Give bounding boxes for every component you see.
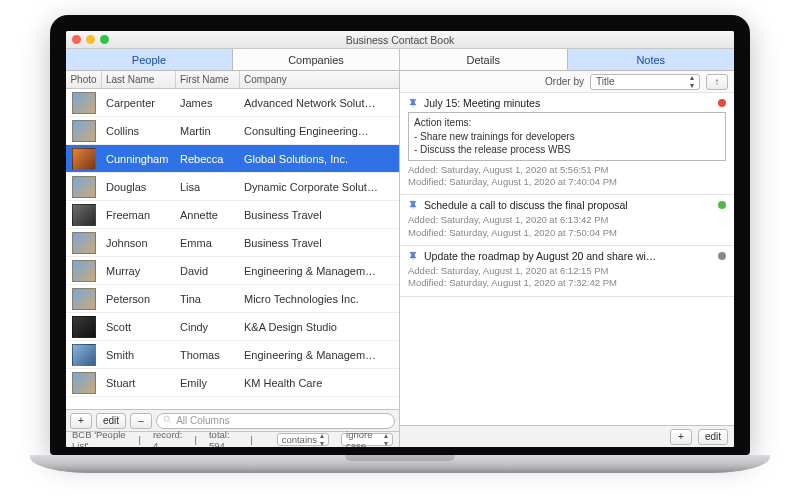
table-row[interactable]: ScottCindyK&A Design Studio (66, 313, 399, 341)
sort-direction-button[interactable]: ↑ (706, 74, 728, 90)
laptop-frame: Business Contact Book People Companies P… (30, 15, 770, 485)
cell-first-name: Emily (176, 377, 240, 389)
cell-first-name: Lisa (176, 181, 240, 193)
note-added: Added: Saturday, August 1, 2020 at 5:56:… (408, 164, 726, 176)
cell-company: KM Health Care (240, 377, 399, 389)
search-placeholder: All Columns (176, 415, 229, 426)
contact-photo (66, 341, 102, 368)
cell-last-name: Smith (102, 349, 176, 361)
add-note-button[interactable]: + (670, 429, 692, 445)
cell-company: Global Solutions, Inc. (240, 153, 399, 165)
chevron-updown-icon: ▴▾ (690, 74, 694, 90)
table-row[interactable]: FreemanAnnetteBusiness Travel (66, 201, 399, 229)
cell-last-name: Collins (102, 125, 176, 137)
note-item[interactable]: Update the roadmap by August 20 and shar… (400, 246, 734, 297)
app-window: Business Contact Book People Companies P… (66, 31, 734, 447)
right-panel: Details Notes Order by Title ▴▾ ↑ July 1… (400, 49, 734, 447)
window-title: Business Contact Book (66, 34, 734, 46)
cell-first-name: Thomas (176, 349, 240, 361)
note-item[interactable]: July 15: Meeting minutesAction items: - … (400, 93, 734, 195)
note-modified: Modified: Saturday, August 1, 2020 at 7:… (408, 227, 726, 239)
filter-contains[interactable]: contains ▴▾ (277, 433, 329, 446)
cell-last-name: Freeman (102, 209, 176, 221)
left-tabs: People Companies (66, 49, 399, 71)
left-panel: People Companies Photo Last Name First N… (66, 49, 400, 447)
table-row[interactable]: CunninghamRebeccaGlobal Solutions, Inc. (66, 145, 399, 173)
filter-ignore-case[interactable]: ignore case ▴▾ (341, 433, 393, 446)
status-divider: | (250, 434, 252, 445)
table-row[interactable]: CollinsMartinConsulting Engineering… (66, 117, 399, 145)
contact-photo (66, 313, 102, 340)
content: People Companies Photo Last Name First N… (66, 49, 734, 447)
contact-photo (66, 257, 102, 284)
header-last-name[interactable]: Last Name (102, 71, 176, 88)
cell-company: Dynamic Corporate Solut… (240, 181, 399, 193)
cell-company: Consulting Engineering… (240, 125, 399, 137)
contact-photo (66, 201, 102, 228)
table-row[interactable]: MurrayDavidEngineering & Managem… (66, 257, 399, 285)
search-icon (163, 415, 172, 426)
status-list-name: BCB 'People List' (72, 429, 126, 448)
pin-icon (408, 200, 418, 210)
edit-note-button[interactable]: edit (698, 429, 728, 445)
remove-button[interactable]: – (130, 413, 152, 429)
cell-company: Business Travel (240, 209, 399, 221)
column-headers: Photo Last Name First Name Company (66, 71, 399, 89)
status-total: total: 594 (209, 429, 238, 448)
header-photo[interactable]: Photo (66, 71, 102, 88)
order-by-label: Order by (545, 76, 584, 87)
order-bar: Order by Title ▴▾ ↑ (400, 71, 734, 93)
cell-first-name: Martin (176, 125, 240, 137)
status-divider: | (138, 434, 140, 445)
pin-icon (408, 98, 418, 108)
contact-photo (66, 229, 102, 256)
tab-companies[interactable]: Companies (233, 49, 399, 70)
header-company[interactable]: Company (240, 71, 399, 88)
table-row[interactable]: SmithThomasEngineering & Managem… (66, 341, 399, 369)
edit-button[interactable]: edit (96, 413, 126, 429)
contact-photo (66, 117, 102, 144)
screen-bezel: Business Contact Book People Companies P… (50, 15, 750, 455)
note-item[interactable]: Schedule a call to discuss the final pro… (400, 195, 734, 246)
status-bar: BCB 'People List' | record: 4 | total: 5… (66, 431, 399, 447)
cell-first-name: Tina (176, 293, 240, 305)
table-row[interactable]: PetersonTinaMicro Technologies Inc. (66, 285, 399, 313)
cell-first-name: Annette (176, 209, 240, 221)
contact-photo (66, 89, 102, 116)
cell-company: Micro Technologies Inc. (240, 293, 399, 305)
order-by-select[interactable]: Title ▴▾ (590, 74, 700, 90)
people-list[interactable]: CarpenterJamesAdvanced Network Solut…Col… (66, 89, 399, 409)
contact-photo (66, 173, 102, 200)
cell-last-name: Peterson (102, 293, 176, 305)
tab-notes[interactable]: Notes (568, 49, 735, 70)
cell-last-name: Douglas (102, 181, 176, 193)
right-footer: + edit (400, 425, 734, 447)
table-row[interactable]: JohnsonEmmaBusiness Travel (66, 229, 399, 257)
note-modified: Modified: Saturday, August 1, 2020 at 7:… (408, 277, 726, 289)
cell-first-name: Rebecca (176, 153, 240, 165)
search-input[interactable]: All Columns (156, 413, 395, 429)
cell-company: Engineering & Managem… (240, 265, 399, 277)
note-title: Update the roadmap by August 20 and shar… (424, 250, 712, 262)
cell-first-name: James (176, 97, 240, 109)
cell-company: Engineering & Managem… (240, 349, 399, 361)
titlebar: Business Contact Book (66, 31, 734, 49)
contact-photo (66, 369, 102, 396)
table-row[interactable]: DouglasLisaDynamic Corporate Solut… (66, 173, 399, 201)
status-dot (718, 99, 726, 107)
table-row[interactable]: CarpenterJamesAdvanced Network Solut… (66, 89, 399, 117)
cell-last-name: Stuart (102, 377, 176, 389)
cell-last-name: Carpenter (102, 97, 176, 109)
tab-details[interactable]: Details (400, 49, 568, 70)
header-first-name[interactable]: First Name (176, 71, 240, 88)
cell-first-name: David (176, 265, 240, 277)
pin-icon (408, 251, 418, 261)
table-row[interactable]: StuartEmilyKM Health Care (66, 369, 399, 397)
chevron-updown-icon: ▴▾ (384, 432, 388, 448)
tab-people[interactable]: People (66, 49, 233, 70)
note-body[interactable]: Action items: - Share new trainings for … (408, 112, 726, 161)
svg-line-1 (169, 421, 171, 423)
add-button[interactable]: + (70, 413, 92, 429)
cell-last-name: Cunningham (102, 153, 176, 165)
laptop-base (30, 455, 770, 473)
